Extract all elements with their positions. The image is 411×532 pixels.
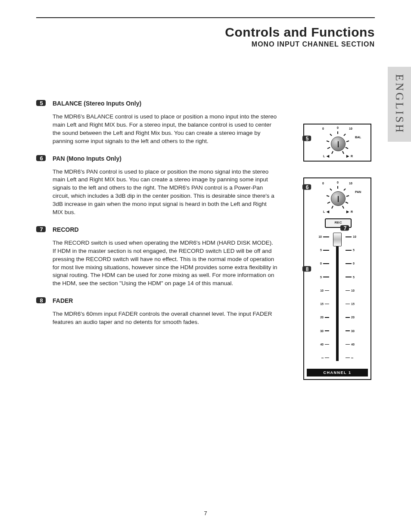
right-letter: R bbox=[351, 155, 353, 158]
section-text: The MDR6's PAN control is used to place … bbox=[53, 168, 277, 217]
svg-text:5: 5 bbox=[40, 100, 43, 106]
triangle-left-icon: ◀ bbox=[327, 210, 329, 214]
figure-balance-panel: 5 bbox=[303, 124, 371, 162]
left-letter: L bbox=[323, 210, 325, 213]
section-record: 7 RECORD The RECORD switch is used when … bbox=[36, 226, 277, 289]
svg-line-6 bbox=[330, 134, 332, 136]
callout-6-icon: 6 bbox=[302, 183, 312, 192]
fader-scale-left: 10 5 0 5 10 15 20 30 40 ∞ bbox=[310, 235, 329, 359]
manual-page: Controls and Functions MONO INPUT CHANNE… bbox=[0, 0, 411, 532]
fader-diagram: 10 5 0 5 10 15 20 30 40 ∞ 10 5 0 bbox=[304, 230, 371, 364]
right-letter: R bbox=[351, 210, 353, 213]
scale-left: 0 bbox=[322, 127, 324, 130]
svg-text:6: 6 bbox=[306, 184, 309, 190]
fader-slot bbox=[336, 233, 339, 361]
svg-line-23 bbox=[342, 206, 344, 208]
svg-text:8: 8 bbox=[40, 297, 43, 304]
triangle-left-icon: ◀ bbox=[327, 155, 329, 158]
bullet-5-icon: 5 bbox=[36, 98, 47, 109]
scale-right: 10 bbox=[349, 127, 352, 130]
balance-knob bbox=[324, 130, 352, 157]
svg-line-11 bbox=[346, 147, 348, 149]
section-title: PAN (Mono Inputs Only) bbox=[53, 155, 277, 162]
section-text: The MDR6's 60mm input FADER controls the… bbox=[53, 310, 277, 327]
top-rule bbox=[36, 17, 375, 18]
svg-line-18 bbox=[327, 196, 329, 196]
page-number: 7 bbox=[0, 510, 411, 516]
scale-center: 0 bbox=[337, 181, 339, 184]
svg-line-19 bbox=[346, 196, 349, 196]
callout-5-icon: 5 bbox=[302, 134, 312, 143]
page-heading: Controls and Functions MONO INPUT CHANNE… bbox=[36, 25, 375, 48]
svg-line-16 bbox=[330, 189, 332, 190]
scale-right: 10 bbox=[349, 182, 352, 185]
section-fader: 8 FADER The MDR6's 60mm input FADER cont… bbox=[36, 297, 277, 328]
scale-center: 0 bbox=[337, 126, 339, 129]
fader-scale-right: 10 5 0 5 10 15 20 30 40 ∞ bbox=[346, 235, 364, 359]
section-balance: 5 BALANCE (Stereo Inputs Only) The MDR6'… bbox=[36, 100, 277, 147]
channel-label: CHANNEL 1 bbox=[307, 369, 368, 376]
svg-line-7 bbox=[344, 134, 346, 136]
knob-label: PAN bbox=[355, 190, 361, 193]
section-text: The MDR6's BALANCE control is used to pl… bbox=[53, 113, 277, 146]
svg-line-8 bbox=[327, 141, 329, 142]
svg-line-12 bbox=[332, 151, 333, 154]
triangle-right-icon: ▶ bbox=[346, 210, 349, 214]
svg-text:6: 6 bbox=[40, 155, 43, 162]
section-pan: 6 PAN (Mono Inputs Only) The MDR6's PAN … bbox=[36, 155, 277, 218]
svg-line-22 bbox=[332, 206, 333, 208]
svg-text:7: 7 bbox=[40, 226, 43, 233]
bullet-6-icon: 6 bbox=[36, 153, 47, 164]
knob-label: BAL bbox=[355, 136, 361, 139]
svg-line-20 bbox=[327, 202, 330, 203]
svg-line-21 bbox=[346, 202, 348, 203]
triangle-right-icon: ▶ bbox=[346, 155, 349, 158]
svg-text:5: 5 bbox=[306, 136, 309, 142]
text-column: 5 BALANCE (Stereo Inputs Only) The MDR6'… bbox=[36, 100, 277, 336]
language-tab: ENGLISH bbox=[388, 67, 411, 142]
bullet-7-icon: 7 bbox=[36, 224, 47, 235]
section-title: BALANCE (Stereo Inputs Only) bbox=[53, 100, 277, 107]
bullet-8-icon: 8 bbox=[36, 296, 47, 306]
content-row: 5 BALANCE (Stereo Inputs Only) The MDR6'… bbox=[36, 100, 375, 336]
svg-line-9 bbox=[346, 141, 349, 142]
language-tab-label: ENGLISH bbox=[393, 74, 406, 134]
svg-line-10 bbox=[327, 147, 330, 149]
section-title: FADER bbox=[53, 297, 277, 304]
pan-knob bbox=[324, 184, 352, 212]
figure-column: 5 bbox=[277, 100, 375, 336]
section-text: The RECORD switch is used when operating… bbox=[53, 239, 277, 288]
svg-line-17 bbox=[344, 189, 346, 190]
fader-knob bbox=[333, 233, 342, 246]
page-title: Controls and Functions bbox=[36, 25, 375, 40]
section-title: RECORD bbox=[53, 226, 277, 233]
svg-line-13 bbox=[342, 151, 344, 154]
page-subtitle: MONO INPUT CHANNEL SECTION bbox=[36, 40, 375, 48]
figure-channel-strip: 6 bbox=[303, 177, 371, 380]
left-letter: L bbox=[323, 155, 325, 158]
scale-left: 0 bbox=[322, 182, 324, 185]
